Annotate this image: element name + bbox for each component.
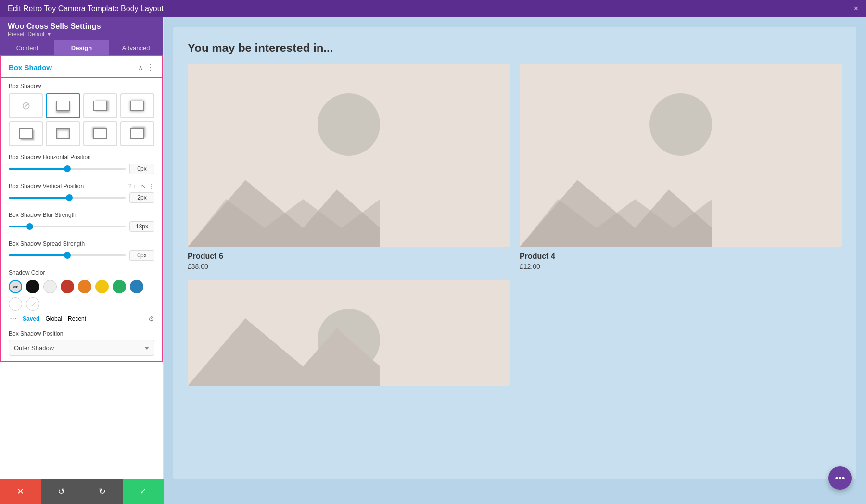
swatch-light[interactable] xyxy=(43,280,57,293)
collapse-icon[interactable]: ∧ xyxy=(138,64,143,72)
shadow-box-top-left xyxy=(93,128,107,139)
shadow-preset-corner[interactable] xyxy=(120,121,154,146)
eyedropper-icon: ✏ xyxy=(13,283,18,290)
shadow-preset-bottom[interactable] xyxy=(46,93,80,118)
shadow-position-select[interactable]: Outer Shadow Inner Shadow xyxy=(9,340,154,356)
img-circle-6 xyxy=(318,93,380,156)
horizontal-slider-fill xyxy=(9,168,67,170)
canvas-inner: You may be interested in... Product xyxy=(173,27,856,479)
tabs-bar: Content Design Advanced xyxy=(0,40,163,55)
shadow-presets-label: Box Shadow xyxy=(9,83,154,89)
shadow-preset-bottom-right[interactable] xyxy=(9,121,43,146)
panel-header: Woo Cross Sells Settings Preset: Default… xyxy=(0,17,163,40)
product-placeholder-6 xyxy=(188,64,510,247)
blur-label-row: Box Shadow Blur Strength xyxy=(9,212,154,218)
product-card-5 xyxy=(188,280,510,391)
blur-slider-track[interactable] xyxy=(9,226,126,227)
tab-design[interactable]: Design xyxy=(54,40,109,55)
color-tab-recent[interactable]: Recent xyxy=(68,315,86,322)
vertical-slider-track[interactable] xyxy=(9,197,126,199)
section-menu-icon[interactable]: ⋮ xyxy=(147,63,154,72)
tab-content[interactable]: Content xyxy=(0,40,54,55)
section-title: Box Shadow xyxy=(9,63,52,72)
vertical-slider-value[interactable] xyxy=(129,192,154,203)
canvas-area: You may be interested in... Product xyxy=(164,17,866,504)
blur-slider-thumb[interactable] xyxy=(26,223,33,230)
horizontal-slider-value[interactable] xyxy=(129,164,154,174)
shadow-preset-right[interactable] xyxy=(83,93,117,118)
img-circle-4 xyxy=(650,93,712,156)
shadow-preset-inner[interactable] xyxy=(46,121,80,146)
redo-button[interactable]: ↻ xyxy=(82,479,123,504)
blur-slider-value[interactable] xyxy=(129,221,154,232)
horizontal-slider-track[interactable] xyxy=(9,168,126,170)
color-dots[interactable]: ··· xyxy=(10,314,17,324)
bottom-toolbar: ✕ ↺ ↻ ✓ xyxy=(0,479,164,504)
tab-advanced[interactable]: Advanced xyxy=(109,40,163,55)
panel-title: Woo Cross Sells Settings xyxy=(8,22,155,31)
color-swatches: ✏ — xyxy=(9,280,154,311)
product-image-6 xyxy=(188,64,510,247)
swatch-blue[interactable] xyxy=(130,280,143,293)
shadow-presets-grid: ⊘ xyxy=(9,93,154,146)
undo-button[interactable]: ↺ xyxy=(41,479,82,504)
shadow-box-inner xyxy=(56,128,70,139)
swatch-clear[interactable]: — xyxy=(26,297,39,311)
cancel-button[interactable]: ✕ xyxy=(0,479,41,504)
color-gear-icon[interactable]: ⚙ xyxy=(148,315,154,323)
shadow-position-row: Box Shadow Position Outer Shadow Inner S… xyxy=(9,330,154,356)
shadow-preset-top-right[interactable] xyxy=(83,121,117,146)
vertical-track-row xyxy=(9,192,154,203)
main-layout: Woo Cross Sells Settings Preset: Default… xyxy=(0,17,866,504)
save-button[interactable]: ✓ xyxy=(123,479,164,504)
fab-button[interactable]: ••• xyxy=(828,466,852,490)
swatch-white[interactable] xyxy=(9,297,22,311)
vertical-slider-fill xyxy=(9,197,69,199)
product-price-4: £12.00 xyxy=(520,263,842,270)
more-icon[interactable]: ⋮ xyxy=(149,183,154,189)
product-card-4: Product 4 £12.00 xyxy=(520,64,842,270)
spread-slider-fill xyxy=(9,254,67,256)
swatch-red[interactable] xyxy=(61,280,74,293)
spread-track-row xyxy=(9,250,154,261)
svg-marker-4 xyxy=(188,318,380,386)
preset-selector[interactable]: Preset: Default ▾ xyxy=(8,31,155,38)
product-image-5 xyxy=(188,280,510,386)
device-icon[interactable]: □ xyxy=(135,183,138,189)
vertical-slider-thumb[interactable] xyxy=(66,194,73,201)
spread-slider-value[interactable] xyxy=(129,250,154,261)
shadow-preset-none[interactable]: ⊘ xyxy=(9,93,43,118)
cursor-icon[interactable]: ↖ xyxy=(141,183,146,189)
top-bar: Edit Retro Toy Camera Template Body Layo… xyxy=(0,0,866,17)
shadow-box-bottom-right xyxy=(19,128,33,139)
eyedropper-swatch[interactable]: ✏ xyxy=(9,280,22,293)
products-grid: Product 6 £38.00 Product xyxy=(188,64,842,391)
none-icon: ⊘ xyxy=(22,100,30,112)
color-tab-saved[interactable]: Saved xyxy=(23,315,39,322)
help-icon[interactable]: ? xyxy=(128,183,132,189)
horizontal-slider-thumb[interactable] xyxy=(64,165,71,172)
swatch-black[interactable] xyxy=(26,280,39,293)
swatch-green[interactable] xyxy=(113,280,126,293)
spread-slider-thumb[interactable] xyxy=(64,252,71,259)
close-button[interactable]: × xyxy=(854,4,858,13)
spread-slider-track[interactable] xyxy=(9,254,126,256)
product-name-6: Product 6 xyxy=(188,252,510,261)
product-placeholder-4 xyxy=(520,64,842,247)
spread-label: Box Shadow Spread Strength xyxy=(9,240,85,247)
swatch-yellow[interactable] xyxy=(95,280,109,293)
horizontal-position-slider-row: Box Shadow Horizontal Position xyxy=(9,154,154,174)
horizontal-track-row xyxy=(9,164,154,174)
spread-strength-slider-row: Box Shadow Spread Strength xyxy=(9,240,154,261)
shadow-preset-all[interactable] xyxy=(120,93,154,118)
clear-icon: — xyxy=(29,300,37,308)
section-header-icons: ∧ ⋮ xyxy=(138,63,154,72)
img-lines-5 xyxy=(188,299,380,386)
left-panel: Woo Cross Sells Settings Preset: Default… xyxy=(0,17,164,504)
swatch-orange[interactable] xyxy=(78,280,91,293)
canvas-heading: You may be interested in... xyxy=(188,41,842,55)
product-placeholder-5 xyxy=(188,280,510,386)
color-tab-global[interactable]: Global xyxy=(45,315,62,322)
vertical-label-row: Box Shadow Vertical Position ? □ ↖ ⋮ xyxy=(9,183,154,189)
shadow-box-right xyxy=(93,101,107,111)
